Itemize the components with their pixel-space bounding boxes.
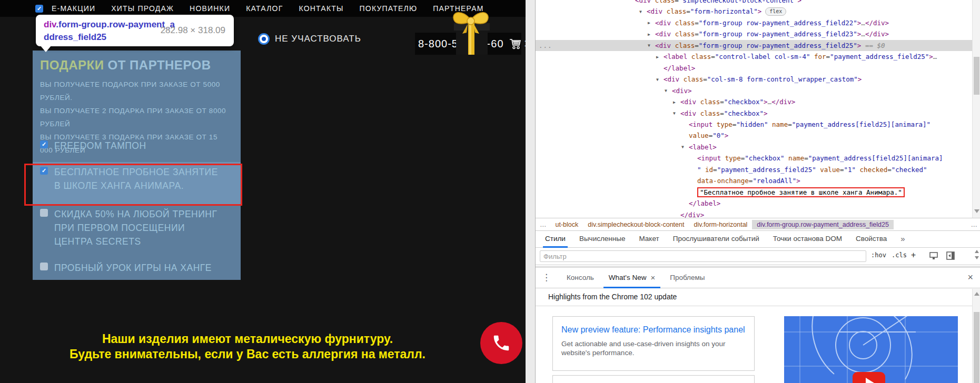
collapse-arrow-icon[interactable]: ▼ bbox=[681, 142, 684, 153]
card-title-link[interactable]: New emulation shortcuts in the Styles pa… bbox=[561, 381, 746, 383]
dom-tree-row-12[interactable]: value="0"> bbox=[536, 130, 972, 142]
screenshot-root: ✓ Е-МАКЦИИХИТЫ ПРОДАЖНОВИНКИКАТАЛОГКОНТА… bbox=[0, 0, 980, 383]
checkbox-checked-icon[interactable]: ✓ bbox=[40, 140, 48, 148]
drawer-tab-1[interactable]: What's New× bbox=[609, 267, 655, 288]
nav-item-1[interactable]: ХИТЫ ПРОДАЖ bbox=[111, 4, 174, 13]
dom-tree-row-15[interactable]: " id="payment_address_field25" value="1"… bbox=[536, 164, 972, 176]
tab-точки-останова-dom[interactable]: Точки останова DOM bbox=[773, 231, 842, 248]
whats-new-card-0: New preview feature: Performance insight… bbox=[552, 316, 755, 371]
card-title-link[interactable]: New preview feature: Performance insight… bbox=[561, 322, 746, 337]
dom-tree-row-9[interactable]: ▶<div class="checkbox">…</div> bbox=[536, 96, 972, 108]
toggle-hover-state-button[interactable]: :hov bbox=[871, 251, 886, 259]
optout-radio-label: НЕ УЧАСТВОВАТЬ bbox=[275, 34, 361, 44]
dom-tree-row-1[interactable]: ▼<div class="form-horizontal">flex bbox=[536, 6, 972, 17]
tab-макет[interactable]: Макет bbox=[639, 231, 659, 248]
devtools-panel: <div class="simplecheckout-block-content… bbox=[535, 0, 980, 383]
gift-option-3[interactable]: ПРОБНЫЙ УРОК ИГРЫ НА ХАНГЕ bbox=[40, 261, 223, 275]
tabs-overflow-chevron[interactable]: » bbox=[900, 231, 905, 248]
nav-item-5[interactable]: ПОКУПАТЕЛЮ bbox=[360, 4, 418, 13]
breadcrumb-overflow-left[interactable]: … bbox=[536, 221, 551, 228]
scrollbar-thumb[interactable] bbox=[974, 57, 979, 95]
drawer-tab-0[interactable]: Консоль bbox=[567, 267, 594, 288]
breadcrumb-item-0[interactable]: ut-block bbox=[551, 220, 583, 229]
dom-tree-row-16[interactable]: data-onchange="reloadAll"> bbox=[536, 175, 972, 187]
tab-close-icon[interactable]: × bbox=[650, 268, 655, 288]
scrollbar-thumb[interactable] bbox=[974, 312, 979, 383]
cart-icon bbox=[508, 37, 522, 50]
inspect-highlight-border bbox=[24, 164, 242, 206]
dom-tree-row-7[interactable]: ▼<div class="col-sm-8 form-control_wrapp… bbox=[536, 74, 972, 85]
radio-icon[interactable] bbox=[258, 33, 270, 45]
scroll-up-icon[interactable] bbox=[974, 292, 979, 296]
gift-option-label: ПРОБНЫЙ УРОК ИГРЫ НА ХАНГЕ bbox=[54, 261, 223, 275]
gift-image bbox=[447, 2, 495, 58]
collapse-arrow-icon[interactable]: ▼ bbox=[656, 74, 659, 86]
drawer-tab-label: What's New bbox=[609, 268, 647, 288]
dom-tree-row-14[interactable]: <input type="checkbox" name="payment_add… bbox=[536, 153, 972, 164]
dom-tree-row-0[interactable]: <div class="simplecheckout-block-content… bbox=[536, 0, 972, 6]
nav-checkbox-checked[interactable]: ✓ bbox=[35, 5, 43, 13]
gift-option-2[interactable]: СКИДКА 50% НА ЛЮБОЙ ТРЕНИНГ ПРИ ПЕРВОМ П… bbox=[40, 207, 223, 248]
drawer-tab-2[interactable]: Проблемы bbox=[670, 267, 705, 288]
dom-tree-row-4[interactable]: ...▼<div class="form-group row-payment_a… bbox=[536, 40, 972, 52]
web-page: ✓ Е-МАКЦИИХИТЫ ПРОДАЖНОВИНКИКАТАЛОГКОНТА… bbox=[0, 0, 526, 383]
styles-toolbar: :hov .cls + bbox=[536, 248, 980, 265]
dom-tree-row-19[interactable]: </div> bbox=[536, 209, 972, 218]
styles-filter-input[interactable] bbox=[540, 250, 866, 262]
dom-tree-scrollbar[interactable] bbox=[972, 0, 980, 218]
dom-tree-row-11[interactable]: <input type="hidden" name="payment_addre… bbox=[536, 119, 972, 130]
collapse-arrow-icon[interactable]: ▼ bbox=[648, 40, 650, 52]
nav-item-0[interactable]: Е-МАКЦИИ bbox=[52, 4, 95, 13]
gift-option-0[interactable]: ✓FREEDOM ТАМПОН bbox=[40, 139, 223, 153]
nav-item-4[interactable]: КОНТАКТЫ bbox=[299, 4, 343, 13]
devtools-drawer: ⋮ КонсольWhat's New×Проблемы × Highlight… bbox=[536, 267, 980, 383]
scroll-down-icon[interactable] bbox=[974, 209, 979, 213]
dom-tree-row-3[interactable]: ▶<div class="form-group row-payment_addr… bbox=[536, 28, 972, 40]
nav-item-2[interactable]: НОВИНКИ bbox=[190, 4, 230, 13]
tab-свойства[interactable]: Свойства bbox=[856, 231, 887, 248]
checkbox-unchecked-icon[interactable] bbox=[40, 209, 48, 217]
tab-стили[interactable]: Стили bbox=[545, 231, 566, 248]
whats-new-header: Highlights from the Chrome 102 update bbox=[548, 293, 677, 301]
dom-tree-row-2[interactable]: ▶<div class="form-group row-payment_addr… bbox=[536, 17, 972, 29]
cart-button[interactable]: 1 bbox=[508, 37, 526, 50]
styles-pane-scroll-arrows[interactable] bbox=[975, 250, 979, 259]
dom-tree-row-18[interactable]: </label> bbox=[536, 198, 972, 209]
collapse-arrow-icon[interactable]: ▼ bbox=[673, 108, 676, 119]
expand-arrow-icon[interactable]: ▶ bbox=[648, 29, 650, 41]
optout-radio-row[interactable]: НЕ УЧАСТВОВАТЬ bbox=[258, 33, 361, 45]
youtube-play-button[interactable] bbox=[853, 372, 885, 383]
new-style-rule-button[interactable]: + bbox=[911, 250, 916, 260]
drawer-close-icon[interactable]: × bbox=[967, 273, 973, 282]
breadcrumb-item-3[interactable]: div.form-group.row-payment_address_field… bbox=[752, 220, 894, 229]
breadcrumb-item-2[interactable]: div.form-horizontal bbox=[689, 220, 752, 229]
checkbox-unchecked-icon[interactable] bbox=[40, 263, 48, 270]
tab-вычисленные[interactable]: Вычисленные bbox=[579, 231, 626, 248]
expand-arrow-icon[interactable]: ▶ bbox=[648, 17, 650, 29]
breadcrumb-item-1[interactable]: div.simplecheckout-block-content bbox=[583, 220, 689, 229]
toggle-classes-button[interactable]: .cls bbox=[892, 251, 907, 259]
collapse-arrow-icon[interactable]: ▼ bbox=[665, 85, 667, 97]
drawer-scrollbar[interactable] bbox=[972, 289, 980, 383]
tab-прослушиватели-событий[interactable]: Прослушиватели событий bbox=[673, 231, 759, 248]
call-button[interactable] bbox=[480, 322, 522, 364]
page-scrollbar[interactable] bbox=[526, 0, 535, 383]
whats-new-video-thumbnail[interactable] bbox=[784, 316, 958, 383]
dom-tree-row-5[interactable]: ▶<label class="control-label col-sm-4" f… bbox=[536, 51, 972, 63]
inspect-tooltip: div.form-group.row-payment_address_field… bbox=[36, 15, 234, 46]
drawer-menu-icon[interactable]: ⋮ bbox=[542, 272, 551, 283]
breadcrumb: … ut-blockdiv.simplecheckout-block-conte… bbox=[536, 218, 980, 231]
expand-arrow-icon[interactable]: ▶ bbox=[673, 97, 676, 108]
computed-sidebar-toggle-icon[interactable] bbox=[946, 251, 955, 260]
dom-tree-row-17[interactable]: "Бесплатное пробное занятие в школе ханг… bbox=[536, 187, 972, 198]
collapse-arrow-icon[interactable]: ▼ bbox=[639, 6, 642, 18]
rendering-emulation-icon[interactable] bbox=[929, 251, 938, 260]
dom-tree-row-10[interactable]: ▼<div class="checkbox"> bbox=[536, 108, 972, 119]
breadcrumb-overflow-right[interactable]: … bbox=[971, 221, 978, 228]
dom-tree-row-6[interactable]: </label> bbox=[536, 63, 972, 74]
expand-arrow-icon[interactable]: ▶ bbox=[656, 52, 659, 63]
nav-item-3[interactable]: КАТАЛОГ bbox=[246, 4, 283, 13]
dom-tree-row-8[interactable]: ▼<div> bbox=[536, 85, 972, 97]
row-gutter-menu[interactable]: ... bbox=[539, 40, 552, 52]
dom-tree-row-13[interactable]: ▼<label> bbox=[536, 142, 972, 153]
